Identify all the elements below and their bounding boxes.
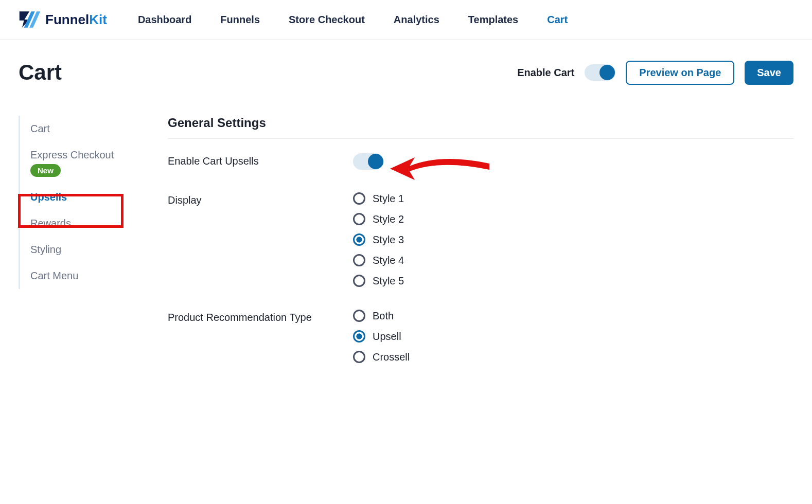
setting-enable-upsells: Enable Cart Upsells — [168, 153, 793, 170]
radio-label: Style 2 — [373, 213, 404, 225]
nav-dashboard[interactable]: Dashboard — [138, 14, 191, 26]
radio-upsell[interactable]: Upsell — [353, 330, 410, 343]
nav-store-checkout[interactable]: Store Checkout — [289, 14, 365, 26]
enable-cart-label: Enable Cart — [517, 67, 574, 79]
arrow-annotation-icon — [379, 148, 492, 189]
sidebar-item-express-checkout[interactable]: Express Checkout New — [30, 142, 147, 184]
radio-label: Style 5 — [373, 275, 404, 287]
display-options: Style 1 Style 2 Style 3 Style 4 Style 5 — [353, 192, 404, 287]
radio-label: Style 3 — [373, 234, 404, 246]
logo[interactable]: FunnelKit — [19, 10, 107, 29]
radio-label: Upsell — [373, 331, 401, 343]
top-nav: Dashboard Funnels Store Checkout Analyti… — [138, 14, 568, 26]
radio-style-2[interactable]: Style 2 — [353, 213, 404, 225]
nav-funnels[interactable]: Funnels — [220, 14, 260, 26]
toggle-knob — [368, 154, 383, 169]
radio-icon — [353, 330, 365, 343]
radio-style-5[interactable]: Style 5 — [353, 275, 404, 287]
radio-icon — [353, 275, 365, 287]
radio-icon — [353, 213, 365, 225]
sidebar-item-rewards[interactable]: Rewards — [30, 210, 147, 237]
sidebar-item-cart-menu[interactable]: Cart Menu — [30, 263, 147, 289]
radio-icon — [353, 254, 365, 266]
save-button[interactable]: Save — [745, 61, 793, 85]
radio-icon — [353, 310, 365, 322]
radio-style-3[interactable]: Style 3 — [353, 233, 404, 246]
setting-rec-type: Product Recommendation Type Both Upsell … — [168, 310, 793, 363]
nav-analytics[interactable]: Analytics — [394, 14, 439, 26]
sidebar-item-cart[interactable]: Cart — [30, 116, 147, 142]
radio-label: Style 4 — [373, 255, 404, 266]
sidebar-item-styling[interactable]: Styling — [30, 237, 147, 263]
sidebar-item-upsells[interactable]: Upsells — [30, 184, 147, 210]
body: Cart Express Checkout New Upsells Reward… — [0, 100, 812, 406]
radio-icon — [353, 192, 365, 205]
enable-upsells-label: Enable Cart Upsells — [168, 153, 353, 167]
new-badge: New — [30, 164, 61, 177]
enable-upsells-toggle[interactable] — [353, 153, 384, 170]
enable-cart-toggle[interactable] — [585, 64, 615, 81]
radio-style-4[interactable]: Style 4 — [353, 254, 404, 266]
page-title: Cart — [19, 60, 62, 85]
rec-type-label: Product Recommendation Type — [168, 310, 353, 323]
preview-button[interactable]: Preview on Page — [626, 61, 734, 85]
header-actions: Enable Cart Preview on Page Save — [517, 61, 793, 85]
radio-icon — [353, 351, 365, 363]
nav-templates[interactable]: Templates — [468, 14, 518, 26]
topbar: FunnelKit Dashboard Funnels Store Checko… — [0, 0, 812, 40]
logo-text: FunnelKit — [45, 12, 107, 28]
radio-both[interactable]: Both — [353, 310, 410, 322]
rec-type-options: Both Upsell Crossell — [353, 310, 410, 363]
setting-display: Display Style 1 Style 2 Style 3 Style 4 — [168, 192, 793, 287]
display-label: Display — [168, 192, 353, 206]
section-title: General Settings — [168, 116, 793, 139]
nav-cart[interactable]: Cart — [547, 14, 568, 26]
radio-label: Style 1 — [373, 193, 404, 205]
radio-label: Both — [373, 310, 394, 322]
sidebar-item-label: Upsells — [30, 191, 67, 203]
content: General Settings Enable Cart Upsells Dis… — [168, 116, 793, 386]
radio-icon — [353, 233, 365, 246]
logo-icon — [19, 10, 41, 29]
radio-label: Crossell — [373, 351, 410, 363]
radio-style-1[interactable]: Style 1 — [353, 192, 404, 205]
sidebar-item-label: Express Checkout — [30, 149, 114, 160]
toggle-knob — [599, 65, 615, 80]
sidebar: Cart Express Checkout New Upsells Reward… — [19, 116, 147, 289]
radio-crossell[interactable]: Crossell — [353, 351, 410, 363]
page-header: Cart Enable Cart Preview on Page Save — [0, 40, 812, 100]
